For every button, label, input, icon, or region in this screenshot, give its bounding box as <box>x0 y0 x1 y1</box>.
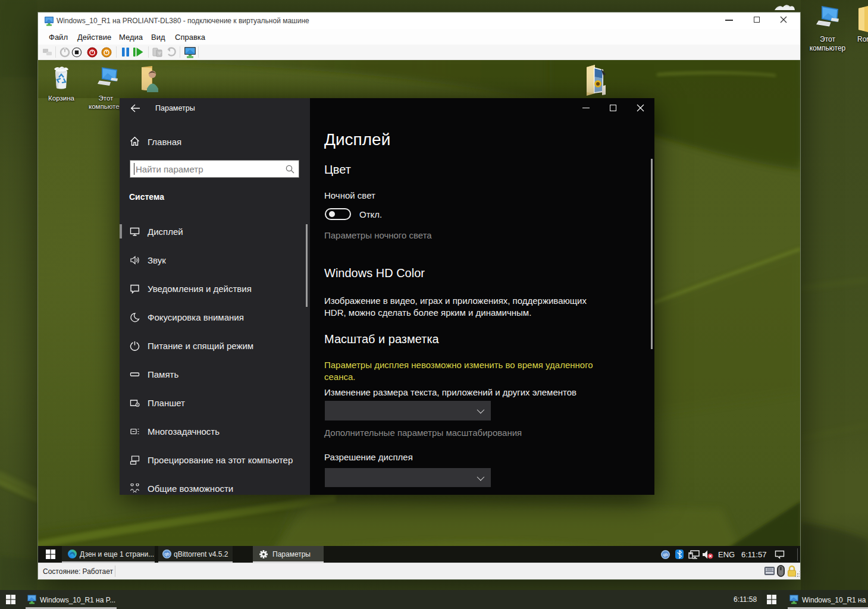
svg-text:qb: qb <box>663 552 668 557</box>
svg-text:qb: qb <box>164 551 169 557</box>
